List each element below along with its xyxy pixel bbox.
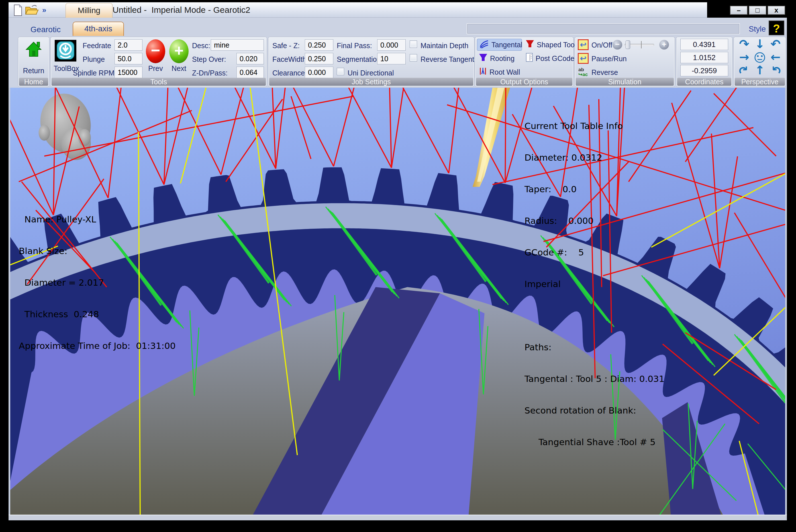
overlay-line: Radius: 0.000 (525, 215, 664, 226)
overlay-line: Blank Size: (19, 246, 176, 256)
sim-onoff-icon[interactable]: ↩ (578, 39, 589, 50)
minimize-button[interactable]: – (730, 6, 747, 15)
group-caption-perspective: Perspective (735, 78, 785, 86)
desc-field[interactable]: mine (211, 39, 264, 51)
group-job-settings: Safe - Z: 0.250 FaceWidth 0.250 Clearanc… (268, 37, 474, 87)
3d-viewport[interactable]: Current Tool Table Info Diameter: 0.0312… (8, 88, 787, 519)
tool-table-info-overlay: Current Tool Table Info Diameter: 0.0312… (525, 100, 664, 469)
quick-access-bar[interactable] (467, 24, 739, 34)
ribbon-tab-row: Gearotic 4th-axis Style ▾ ? (8, 18, 787, 36)
spindle-rpm-field[interactable]: 15000 (115, 66, 143, 78)
sim-onoff-label[interactable]: On/Off (591, 41, 612, 49)
return-home-icon[interactable] (24, 40, 43, 59)
sim-reverse-label[interactable]: Reverse (591, 68, 618, 77)
clearance-field[interactable]: 0.000 (305, 66, 333, 78)
uni-directional-checkbox[interactable] (337, 68, 344, 75)
sim-speed-slider-tick (641, 41, 642, 49)
overlay-line: Tangental : Tool 5 : Diam: 0.031 (525, 374, 664, 384)
rooting-option[interactable]: Rooting (477, 52, 516, 64)
group-caption-tools: Tools (52, 78, 266, 86)
next-button[interactable]: Next (169, 64, 189, 73)
safe-z-field[interactable]: 0.250 (305, 39, 333, 51)
post-gcode-icon (525, 53, 533, 64)
segmentation-field[interactable]: 10 (377, 53, 406, 64)
shaped-tool-option[interactable]: Shaped Tool (524, 39, 578, 51)
help-button[interactable]: ? (769, 20, 784, 35)
overlay-line: Diameter = 2.017 (19, 278, 176, 288)
close-button[interactable]: x (767, 6, 785, 15)
coordinate-z-value: -0.2959 (680, 65, 728, 76)
rotate-ccw-icon[interactable]: ↶ (767, 38, 783, 51)
toolbox-icon[interactable] (55, 40, 76, 61)
style-dropdown[interactable]: Style (749, 25, 766, 34)
rooting-icon (479, 53, 488, 64)
zdn-pass-label: Z-Dn/Pass: (192, 69, 228, 77)
sim-pauserun-label[interactable]: Pause/Run (591, 55, 627, 63)
maintain-depth-checkbox[interactable] (410, 40, 417, 48)
facewidth-label: FaceWidth (272, 55, 306, 63)
pan-up-icon[interactable]: ↑ (752, 64, 768, 77)
facewidth-field[interactable]: 0.250 (305, 53, 333, 64)
tab-4th-axis[interactable]: 4th-axis (73, 22, 124, 36)
overlay-line: GCode #: 5 (525, 247, 664, 258)
title-bar: » Milling Untitled - Imperial Mode - Gea… (8, 2, 787, 18)
tab-gearotic[interactable]: Gearotic (20, 24, 71, 35)
overlay-line: Second rotation of Blank: (525, 405, 664, 416)
next-tool-icon[interactable]: + (169, 39, 189, 63)
overlay-line: Paths: (525, 342, 664, 353)
sim-speed-minus-button[interactable]: − (612, 40, 622, 50)
sim-speed-plus-button[interactable]: + (659, 40, 669, 50)
group-coordinates: 0.4391 1.0152 -0.2959 Coordinates (676, 37, 732, 87)
spindle-rpm-label: Spindle RPM (73, 69, 115, 77)
root-wall-icon (479, 66, 487, 77)
group-caption-home: Home (19, 78, 48, 86)
overlay-line: Approximate Time of Job: 01:31:00 (19, 341, 176, 351)
prev-button[interactable]: Prev (146, 64, 165, 73)
final-pass-field[interactable]: 0.000 (377, 39, 406, 51)
sim-pauserun-icon[interactable]: ↩ (578, 53, 589, 64)
toolbar-overflow-chevron[interactable]: » (42, 6, 46, 15)
plunge-field[interactable]: 50.0 (115, 53, 143, 64)
feedrate-field[interactable]: 2.0 (115, 39, 143, 51)
open-folder-icon[interactable] (25, 4, 39, 17)
sim-speed-slider-thumb[interactable] (626, 40, 630, 49)
stepover-label: Step Over: (192, 55, 226, 63)
overlay-line: Name: Pulley-XL (19, 214, 176, 225)
uni-directional-label: Uni Directional (347, 69, 394, 77)
group-caption-simulation: Simulation (576, 78, 674, 86)
app-window: » Milling Untitled - Imperial Mode - Gea… (8, 2, 787, 520)
group-caption-coordinates: Coordinates (677, 78, 731, 86)
prev-tool-icon[interactable]: − (146, 39, 165, 63)
clearance-label: Clearance (272, 69, 305, 77)
coordinate-x-value: 0.4391 (680, 39, 728, 50)
rotate-cw-icon[interactable]: ↷ (736, 38, 752, 51)
group-caption-job-settings: Job Settings (269, 78, 473, 86)
new-document-icon[interactable] (13, 4, 23, 17)
pan-down-icon[interactable]: ↓ (752, 38, 768, 51)
reverse-tangent-label: Reverse Tangent (420, 55, 474, 63)
feedrate-label: Feedrate (83, 42, 111, 50)
group-output-options: Tangental Rooting Root Wall Shaped Tool … (475, 37, 573, 87)
reset-view-smiley-icon[interactable] (752, 51, 768, 65)
coordinate-y-value: 1.0152 (680, 52, 728, 63)
window-title: Untitled - Imperial Mode - Gearotic2 (113, 5, 250, 15)
overlay-line: Current Tool Table Info (525, 121, 664, 131)
sim-reverse-icon[interactable]: ab ↪ac (579, 67, 588, 77)
plunge-label: Plunge (83, 55, 105, 63)
maintain-depth-label: Maintain Depth (420, 42, 468, 50)
safe-z-label: Safe - Z: (272, 42, 300, 50)
reverse-tangent-checkbox[interactable] (410, 54, 417, 61)
tangental-option[interactable]: Tangental (477, 39, 522, 51)
final-pass-label: Final Pass: (337, 42, 372, 50)
maximize-button[interactable]: □ (749, 6, 766, 15)
zdn-pass-field[interactable]: 0.064 (236, 66, 264, 78)
root-wall-option[interactable]: Root Wall (477, 66, 522, 78)
stepover-field[interactable]: 0.020 (236, 53, 264, 64)
overlay-line (525, 310, 664, 321)
return-button[interactable]: Return (18, 66, 49, 75)
group-caption-output: Output Options (476, 78, 572, 86)
milling-mode-tab[interactable]: Milling (65, 3, 113, 18)
segmentation-label: Segmentation (337, 55, 381, 63)
overlay-line: Diameter: 0.0312 (525, 152, 664, 163)
post-gcode-option[interactable]: Post GCode (524, 52, 576, 64)
